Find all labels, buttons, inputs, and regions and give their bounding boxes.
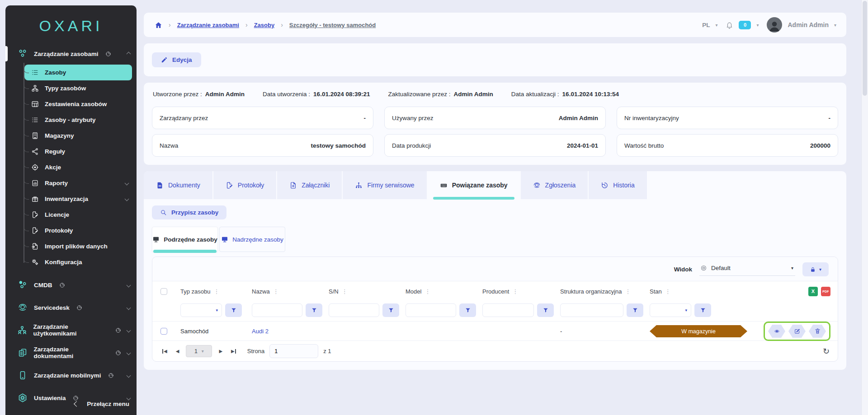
column-header-nazwa[interactable]: Nazwa⋮	[252, 288, 329, 295]
view-row-button[interactable]	[768, 325, 785, 338]
page-size-select[interactable]: 1 ▾	[186, 345, 212, 357]
table-pagination: ◀ ◀ 1 ▾ ▶ ▶ Strona z 1 ↻	[152, 340, 838, 361]
sidebar-item-typy-zasobow[interactable]: Typy zasobów	[24, 80, 132, 96]
delete-row-button[interactable]	[809, 325, 826, 338]
funnel-filter-button[interactable]	[694, 303, 711, 317]
funnel-filter-button[interactable]	[306, 303, 322, 317]
sidebar-item-protokoly[interactable]: Protokoły	[24, 223, 132, 238]
notification-badge[interactable]: 0	[739, 21, 751, 29]
document-pencil-icon	[30, 227, 39, 234]
language-selector[interactable]: PL	[702, 22, 710, 28]
column-header-typ-zasobu[interactable]: Typ zasobu⋮	[180, 288, 252, 295]
stan-filter-select[interactable]: ▾	[650, 303, 691, 317]
row-checkbox[interactable]	[160, 328, 167, 335]
sidebar-item-akcje[interactable]: Akcje	[24, 159, 132, 175]
nazwa-filter-input[interactable]	[252, 303, 302, 317]
select-all-checkbox[interactable]	[160, 288, 167, 295]
edit-pencil-icon	[794, 328, 801, 335]
home-icon[interactable]	[155, 21, 162, 29]
filter-nazwa	[252, 303, 329, 317]
sidebar-group-zarzadzanie-zasobami[interactable]: Zarządzanie zasobami	[5, 44, 137, 64]
producent-filter-input[interactable]	[482, 303, 534, 317]
sidebar-group-zarzadzanie-dokumentami[interactable]: Zarządzanie dokumentami	[5, 341, 137, 364]
tab-protokoly[interactable]: Protokoły	[213, 171, 276, 199]
sidebar-item-magazyny[interactable]: Magazyny	[24, 128, 132, 144]
view-select[interactable]: Default ▾	[699, 263, 795, 276]
page-scrollbar[interactable]	[861, 0, 868, 415]
column-header-stan[interactable]: Stan⋮	[650, 288, 752, 295]
export-excel-icon[interactable]: X	[808, 287, 818, 296]
tab-historia[interactable]: Historia	[589, 171, 646, 199]
lock-view-button[interactable]: ▾	[802, 262, 829, 276]
sidebar-item-konfiguracja[interactable]: Konfiguracja	[24, 254, 132, 270]
tab-dokumenty[interactable]: Dokumenty	[144, 171, 212, 199]
inventory-box-icon	[30, 195, 39, 203]
sidebar-item-raporty[interactable]: Raporty	[24, 175, 132, 191]
column-header-sn[interactable]: S/N⋮	[329, 288, 406, 295]
gauge-icon	[115, 350, 121, 356]
funnel-filter-button[interactable]	[382, 303, 399, 317]
page-number-input[interactable]	[269, 344, 318, 358]
avatar[interactable]	[767, 17, 782, 33]
sidebar-item-reguly[interactable]: Reguły	[24, 144, 132, 159]
typ-zasobu-filter-select[interactable]: ▾	[180, 303, 222, 317]
funnel-filter-button[interactable]	[225, 303, 242, 317]
subtab-podrzedne-zasoby[interactable]: Podrzędne zasoby	[152, 227, 218, 252]
tabs-card: Dokumenty Protokoły Załączniki Firmy ser…	[144, 171, 846, 370]
funnel-filter-button[interactable]	[537, 303, 554, 317]
sidebar-group-servicedesk[interactable]: Servicedesk	[5, 296, 137, 319]
tab-zgloszenia[interactable]: Zgłoszenia	[521, 171, 588, 199]
sn-filter-input[interactable]	[329, 303, 379, 317]
column-menu-icon[interactable]: ⋮	[665, 288, 671, 295]
scrollbar-thumb[interactable]	[863, 1, 867, 96]
bell-icon[interactable]	[726, 21, 733, 29]
previous-page-button[interactable]: ◀	[174, 347, 181, 355]
refresh-icon[interactable]: ↻	[823, 346, 830, 356]
tab-powiazane-zasoby[interactable]: Powiązane zasoby	[428, 171, 520, 199]
breadcrumb-link-zasoby[interactable]: Zasoby	[254, 22, 275, 28]
next-page-button[interactable]: ▶	[217, 347, 224, 355]
chevron-down-icon	[125, 181, 129, 186]
menu-toggle[interactable]: Przełącz menu	[5, 396, 137, 411]
sidebar-item-inwentaryzacja[interactable]: Inwentaryzacja	[24, 191, 132, 207]
cell-typ-zasobu: Samochód	[180, 328, 252, 335]
assign-assets-button[interactable]: Przypisz zasoby	[152, 205, 226, 219]
export-buttons: X PDF	[752, 287, 830, 296]
edit-button[interactable]: Edycja	[152, 52, 201, 67]
sidebar-item-licencje[interactable]: Licencje	[24, 207, 132, 223]
edit-row-button[interactable]	[788, 325, 806, 338]
sidebar-item-import-plikow-danych[interactable]: Import plików danych	[24, 238, 132, 254]
bullseye-icon	[700, 265, 707, 271]
tab-firmy-serwisowe[interactable]: Firmy serwisowe	[343, 171, 426, 199]
column-menu-icon[interactable]: ⋮	[214, 288, 220, 295]
sidebar-group-cmdb[interactable]: CMDB	[5, 274, 137, 296]
breadcrumb-link-zarzadzanie-zasobami[interactable]: Zarządzanie zasobami	[177, 22, 239, 28]
sidebar-group-zarzadzanie-uzytkownikami[interactable]: Zarządzanie użytkownikami	[5, 319, 137, 341]
column-menu-icon[interactable]: ⋮	[273, 288, 279, 295]
column-header-struktura-organizacyjna[interactable]: Struktura organizacyjna⋮	[560, 288, 650, 295]
sidebar-group-zarzadzanie-mobilnymi[interactable]: Zarządzanie mobilnymi	[5, 364, 137, 387]
sidebar-item-zasoby-atrybuty[interactable]: Zasoby - atrybuty	[24, 112, 132, 128]
column-menu-icon[interactable]: ⋮	[425, 288, 430, 295]
model-filter-input[interactable]	[406, 303, 456, 317]
chevron-down-icon	[127, 305, 131, 310]
struktura-filter-input[interactable]	[560, 303, 623, 317]
column-menu-icon[interactable]: ⋮	[512, 288, 518, 295]
column-menu-icon[interactable]: ⋮	[342, 288, 348, 295]
breadcrumb-current-page[interactable]: Szczegóły - testowy samochód	[289, 22, 376, 28]
column-menu-icon[interactable]: ⋮	[625, 288, 631, 295]
related-assets-table: Widok Default ▾ ▾	[152, 256, 838, 362]
tab-zalaczniki[interactable]: Załączniki	[277, 171, 342, 199]
subtab-nadrzedne-zasoby[interactable]: Nadrzędne zasoby	[219, 227, 285, 252]
sidebar-item-zestawienia-zasobow[interactable]: Zestawienia zasobów	[24, 96, 132, 112]
first-page-button[interactable]: ◀	[160, 347, 169, 355]
sidebar-item-zasoby[interactable]: Zasoby	[24, 65, 132, 80]
export-pdf-icon[interactable]: PDF	[821, 287, 830, 296]
column-header-model[interactable]: Model⋮	[406, 288, 482, 295]
cell-nazwa-link[interactable]: Audi 2	[252, 328, 329, 335]
funnel-filter-button[interactable]	[627, 303, 643, 317]
last-page-button[interactable]: ▶	[229, 347, 238, 355]
warehouse-icon	[30, 132, 39, 140]
funnel-filter-button[interactable]	[459, 303, 476, 317]
column-header-producent[interactable]: Producent⋮	[482, 288, 560, 295]
